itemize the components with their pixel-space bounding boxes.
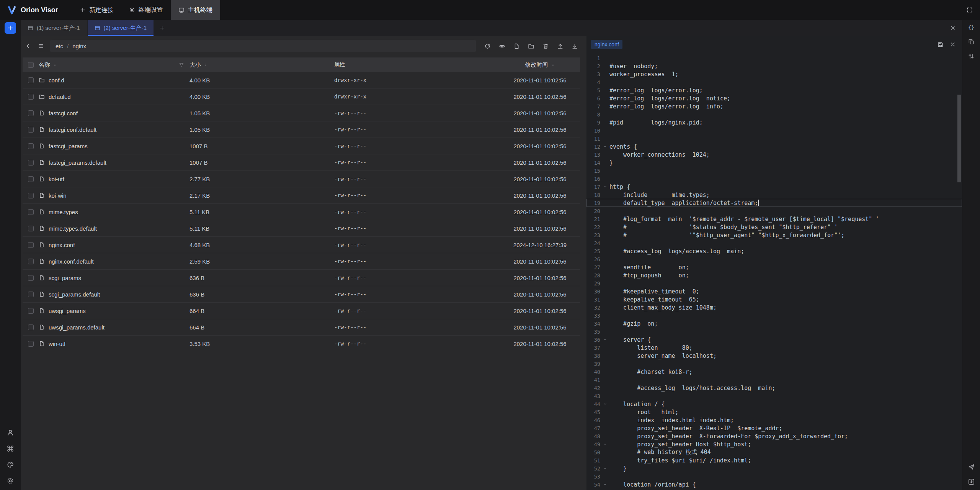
code-line[interactable]: 2#user nobody; bbox=[586, 62, 962, 70]
row-checkbox[interactable] bbox=[28, 160, 34, 166]
code-line[interactable]: 15 bbox=[586, 167, 962, 175]
file-name[interactable]: fastcgi_params.default bbox=[49, 159, 106, 166]
filter-icon[interactable] bbox=[179, 62, 184, 67]
fold-chevron-down-icon[interactable] bbox=[600, 185, 609, 189]
row-checkbox[interactable] bbox=[28, 77, 34, 83]
row-checkbox[interactable] bbox=[28, 193, 34, 198]
code-line[interactable]: 12events { bbox=[586, 143, 962, 151]
code-line[interactable]: 32 client_max_body_size 1048m; bbox=[586, 303, 962, 311]
code-line[interactable]: 48 proxy_set_header X-Forwarded-For $pro… bbox=[586, 432, 962, 440]
file-name[interactable]: conf.d bbox=[49, 77, 64, 84]
refresh-button[interactable] bbox=[482, 41, 493, 51]
code-line[interactable]: 40 #charset koi8-r; bbox=[586, 368, 962, 376]
file-name[interactable]: scgi_params.default bbox=[49, 291, 100, 298]
code-line[interactable]: 18 include mime.types; bbox=[586, 191, 962, 199]
code-line[interactable]: 17http { bbox=[586, 183, 962, 191]
code-line[interactable]: 3worker_processes 1; bbox=[586, 70, 962, 78]
fold-chevron-down-icon[interactable] bbox=[600, 338, 609, 342]
file-name[interactable]: nginx.conf bbox=[49, 242, 75, 248]
settings-icon[interactable] bbox=[7, 477, 14, 485]
file-name[interactable]: nginx.conf.default bbox=[49, 258, 94, 265]
save-button[interactable] bbox=[937, 41, 944, 48]
code-line[interactable]: 28 #tcp_nopush on; bbox=[586, 271, 962, 279]
upload-button[interactable] bbox=[555, 41, 565, 51]
code-line[interactable]: 45 root html; bbox=[586, 408, 962, 416]
code-line[interactable]: 6#error_log logs/error.log notice; bbox=[586, 94, 962, 102]
code-line[interactable]: 5#error_log logs/error.log; bbox=[586, 86, 962, 94]
add-tab-button[interactable] bbox=[154, 20, 170, 36]
row-checkbox[interactable] bbox=[28, 143, 34, 149]
code-line[interactable]: 8 bbox=[586, 110, 962, 118]
row-checkbox[interactable] bbox=[28, 308, 34, 314]
code-line[interactable]: 46 index index.html index.htm; bbox=[586, 416, 962, 424]
code-line[interactable]: 41 bbox=[586, 376, 962, 384]
back-button[interactable] bbox=[23, 41, 33, 51]
code-line[interactable]: 52 } bbox=[586, 464, 962, 472]
fold-chevron-down-icon[interactable] bbox=[600, 466, 609, 470]
row-checkbox[interactable] bbox=[28, 324, 34, 330]
fold-chevron-down-icon[interactable] bbox=[600, 442, 609, 446]
breadcrumb-item[interactable]: etc bbox=[56, 43, 63, 49]
code-line[interactable]: 14} bbox=[586, 159, 962, 167]
code-line[interactable]: 13 worker_connections 1024; bbox=[586, 151, 962, 159]
delete-button[interactable] bbox=[540, 41, 551, 51]
table-row[interactable]: nginx.conf4.68 KB-rw-r--r--2024-12-10 16… bbox=[23, 237, 580, 253]
code-line[interactable]: 33 bbox=[586, 311, 962, 320]
copy-icon[interactable] bbox=[968, 38, 975, 45]
file-name[interactable]: koi-win bbox=[49, 192, 67, 199]
code-line[interactable]: 27 sendfile on; bbox=[586, 263, 962, 271]
select-all-checkbox[interactable] bbox=[28, 62, 34, 68]
new-folder-button[interactable] bbox=[526, 41, 536, 51]
table-row[interactable]: fastcgi.conf.default1.05 KB-rw-r--r--202… bbox=[23, 121, 580, 138]
code-line[interactable]: 50 # web history 模式 404 bbox=[586, 448, 962, 456]
user-icon[interactable] bbox=[7, 429, 14, 436]
terminal-tab-2[interactable]: (2) server-生产-1 bbox=[88, 20, 154, 36]
column-header-name[interactable]: 名称 bbox=[39, 61, 189, 69]
file-name[interactable]: win-utf bbox=[49, 341, 65, 347]
code-line[interactable]: 10 bbox=[586, 126, 962, 134]
code-line[interactable]: 43 bbox=[586, 392, 962, 400]
view-toggle-button[interactable] bbox=[36, 41, 46, 51]
menu-item-host-terminal[interactable]: 主机终端 bbox=[171, 0, 220, 20]
table-row[interactable]: nginx.conf.default2.59 KB-rw-r--r--2020-… bbox=[23, 253, 580, 270]
row-checkbox[interactable] bbox=[28, 292, 34, 297]
code-line[interactable]: 7#error_log logs/error.log info; bbox=[586, 102, 962, 110]
code-line[interactable]: 19 default_type application/octet-stream… bbox=[586, 199, 962, 207]
code-line[interactable]: 49 proxy_set_header Host $http_host; bbox=[586, 440, 962, 448]
file-name[interactable]: fastcgi.conf.default bbox=[49, 126, 96, 133]
row-checkbox[interactable] bbox=[28, 259, 34, 264]
code-line[interactable]: 23 # '"$http_user_agent" "$http_x_forwar… bbox=[586, 231, 962, 239]
code-line[interactable]: 21 #log_format main '$remote_addr - $rem… bbox=[586, 215, 962, 223]
code-line[interactable]: 9#pid logs/nginx.pid; bbox=[586, 118, 962, 126]
row-checkbox[interactable] bbox=[28, 176, 34, 182]
swap-icon[interactable] bbox=[968, 53, 975, 60]
breadcrumb-item[interactable]: nginx bbox=[72, 43, 86, 49]
table-row[interactable]: fastcgi.conf1.05 KB-rw-r--r--2020-11-01 … bbox=[23, 105, 580, 121]
code-line[interactable]: 1 bbox=[586, 54, 962, 62]
code-line[interactable]: 54 location /orion/api { bbox=[586, 480, 962, 488]
code-line[interactable]: 4 bbox=[586, 78, 962, 86]
new-file-button[interactable] bbox=[511, 41, 522, 51]
row-checkbox[interactable] bbox=[28, 341, 34, 347]
fold-chevron-down-icon[interactable] bbox=[600, 402, 609, 406]
fold-chevron-down-icon[interactable] bbox=[600, 144, 609, 149]
code-line[interactable]: 16 bbox=[586, 175, 962, 183]
terminal-tab-1[interactable]: (1) server-生产-1 bbox=[21, 20, 87, 36]
code-line[interactable]: 53 bbox=[586, 472, 962, 480]
sort-icon[interactable] bbox=[53, 63, 57, 67]
file-name[interactable]: mime.types bbox=[49, 209, 78, 215]
code-line[interactable]: 42 #access_log logs/host.access.log main… bbox=[586, 384, 962, 392]
table-row[interactable]: uwsgi_params664 B-rw-r--r--2020-11-01 10… bbox=[23, 303, 580, 319]
row-checkbox[interactable] bbox=[28, 242, 34, 248]
table-row[interactable]: koi-utf2.77 KB-rw-r--r--2020-11-01 10:02… bbox=[23, 171, 580, 187]
command-shortcut-icon[interactable] bbox=[7, 445, 14, 452]
row-checkbox[interactable] bbox=[28, 226, 34, 231]
fullscreen-icon[interactable] bbox=[966, 7, 973, 13]
file-transfer-icon[interactable] bbox=[968, 478, 975, 485]
code-line[interactable]: 31 keepalive_timeout 65; bbox=[586, 295, 962, 303]
code-line[interactable]: 20 bbox=[586, 207, 962, 215]
table-row[interactable]: mime.types.default5.11 KB-rw-r--r--2020-… bbox=[23, 220, 580, 237]
code-line[interactable]: 36 server { bbox=[586, 336, 962, 344]
code-line[interactable]: 29 bbox=[586, 279, 962, 287]
code-line[interactable]: 47 proxy_set_header X-Real-IP $remote_ad… bbox=[586, 424, 962, 432]
